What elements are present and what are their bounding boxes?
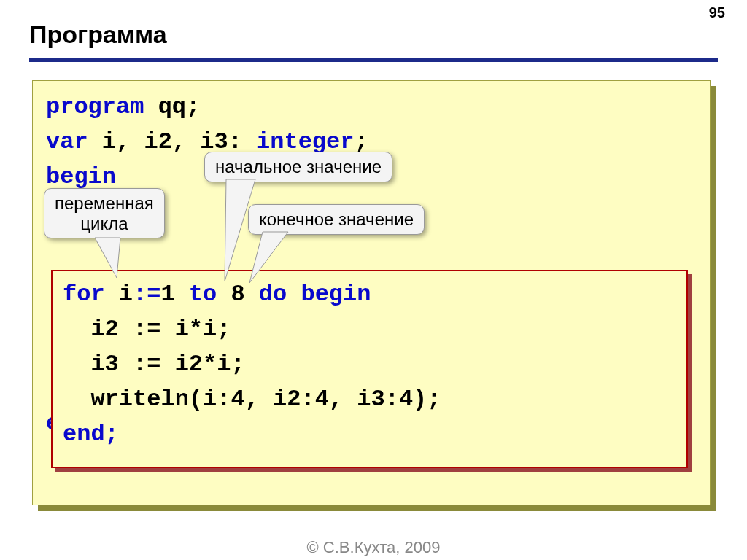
callout-end-value-label: конечное значение [248,204,425,235]
title-rule [29,58,718,62]
inner-line-2: i2 := i*i; [63,312,676,347]
inner-line-5: end; [63,417,676,452]
svg-marker-1 [249,232,288,283]
callout-start-value-label: начальное значение [204,152,392,182]
callout-tail-icon [248,232,306,290]
footer-copyright: © С.В.Кухта, 2009 [0,538,747,557]
callout-loop-var-label: переменная цикла [44,188,165,238]
svg-marker-2 [95,238,120,278]
inner-line-3: i3 := i2*i; [63,347,676,382]
inner-line-4: writeln(i:4, i2:4, i3:4); [63,382,676,417]
inner-line-1: for i:=1 to 8 do begin [63,277,676,312]
page-number: 95 [709,4,725,21]
slide-title: Программа [29,20,167,49]
inner-code-box: for i:=1 to 8 do begin i2 := i*i; i3 := … [51,270,688,468]
callout-tail-icon [88,238,146,281]
code-line-1: program qq; [46,90,697,125]
